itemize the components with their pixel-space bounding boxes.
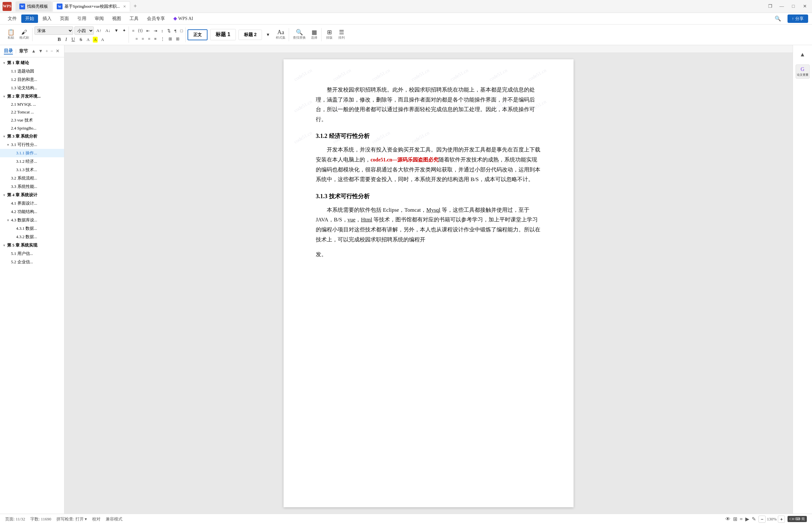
- underline-button[interactable]: U: [70, 36, 76, 43]
- sidebar-item-1-3[interactable]: 1.3 论文结构...: [0, 84, 64, 92]
- sidebar-item-ch2[interactable]: ▼ 第 2 章 开发环境...: [0, 92, 64, 100]
- sidebar-item-4-3[interactable]: ▼ 4.3 数据库设...: [0, 216, 64, 224]
- decrease-font-button[interactable]: A↓: [104, 28, 112, 34]
- scroll-up-button[interactable]: ▲: [796, 48, 810, 62]
- sidebar-item-ch4[interactable]: ▼ 第 4 章 系统设计: [0, 191, 64, 199]
- sidebar-item-2-2[interactable]: 2.2 Tomcat ...: [0, 108, 64, 116]
- align-right-button[interactable]: ≡: [147, 36, 151, 42]
- sidebar-item-ch5[interactable]: ▼ 第 5 章 系统实现: [0, 241, 64, 249]
- layout-button[interactable]: ⊞ 排版: [324, 28, 335, 41]
- style-normal-button[interactable]: 正文: [187, 29, 208, 40]
- sidebar-item-3-1[interactable]: ▼ 3.1 可行性分...: [0, 141, 64, 149]
- bullet-list-button[interactable]: ≡: [131, 28, 136, 34]
- tab-close-doc[interactable]: ✕: [123, 4, 126, 9]
- numbered-list-button[interactable]: ⑴: [137, 28, 144, 34]
- view-icon-web[interactable]: ≡: [740, 516, 743, 522]
- align-left-button[interactable]: ≡: [134, 36, 139, 42]
- zoom-in-button[interactable]: +: [778, 515, 785, 523]
- share-button[interactable]: ↑ 分享: [788, 15, 809, 23]
- sidebar-item-5-2[interactable]: 5.2 企业信...: [0, 258, 64, 266]
- italic-button[interactable]: I: [64, 36, 68, 43]
- restore-button[interactable]: ❐: [766, 2, 775, 11]
- sidebar-up-button[interactable]: ▲: [31, 48, 36, 54]
- menu-vip[interactable]: 会员专享: [143, 15, 169, 23]
- menu-file[interactable]: 文件: [4, 15, 21, 23]
- view-icon-edit[interactable]: ✎: [752, 516, 756, 522]
- sidebar-item-4-1[interactable]: 4.1 界面设计...: [0, 199, 64, 208]
- paste-button[interactable]: 📋 粘贴: [5, 28, 17, 41]
- sidebar-down-button[interactable]: ▼: [38, 48, 44, 54]
- font-color-more-button[interactable]: ▼: [113, 28, 120, 34]
- font-size-select[interactable]: 小四: [74, 27, 94, 35]
- char-shading-button[interactable]: A: [100, 36, 105, 43]
- spellcheck-status[interactable]: 拼写检查: 打开 ▾: [56, 516, 87, 522]
- sidebar-item-3-1-3[interactable]: 3.1.3 技术...: [0, 166, 64, 174]
- plagiarism-check-button[interactable]: G 论文查重: [796, 64, 810, 79]
- indent-dec-button[interactable]: ⇤: [145, 28, 151, 34]
- find-replace-button[interactable]: 🔍 查找替换: [291, 28, 308, 41]
- font-family-select[interactable]: 宋体: [34, 27, 73, 35]
- sort-button[interactable]: ⇅: [166, 28, 172, 34]
- sidebar-item-ch3[interactable]: ▼ 第 3 章 系统分析: [0, 132, 64, 141]
- menu-wpsai[interactable]: ◆WPS AI: [169, 15, 197, 22]
- sidebar-item-2-1[interactable]: 2.1 MYSQL ...: [0, 100, 64, 108]
- justify-button[interactable]: ≡: [153, 36, 158, 42]
- menu-review[interactable]: 审阅: [91, 15, 107, 23]
- show-hide-button[interactable]: ¶: [173, 28, 178, 34]
- style-h2-button[interactable]: 标题 2: [238, 30, 262, 40]
- indent-inc-button[interactable]: ⇥: [152, 28, 159, 34]
- menu-insert[interactable]: 插入: [39, 15, 55, 23]
- line-spacing-button[interactable]: ↕: [160, 28, 165, 34]
- doc-scroll[interactable]: code51.cn code51.cn code51.cn code51.cn …: [64, 53, 793, 514]
- sidebar-item-2-3[interactable]: 2.3 vue 技术: [0, 116, 64, 125]
- maximize-button[interactable]: □: [789, 2, 798, 11]
- sidebar-item-2-4[interactable]: 2.4 SpringBo...: [0, 125, 64, 132]
- sidebar-item-3-3[interactable]: 3.3 系统性能...: [0, 182, 64, 191]
- zoom-out-button[interactable]: −: [759, 515, 766, 523]
- sidebar-item-4-2[interactable]: 4.2 功能结构...: [0, 208, 64, 216]
- format-painter-button[interactable]: 🖌 格式刷: [17, 28, 31, 41]
- sidebar-item-5-1[interactable]: 5.1 用户信...: [0, 249, 64, 258]
- sidebar-item-4-3-2[interactable]: 4.3.2 数据...: [0, 233, 64, 241]
- menu-view[interactable]: 视图: [108, 15, 125, 23]
- clear-format-button[interactable]: ✦: [121, 28, 127, 34]
- sidebar-item-1-2[interactable]: 1.2 目的和意...: [0, 76, 64, 84]
- tab-document[interactable]: W 基于Springboot+vue校园求职... ✕: [52, 1, 130, 12]
- sidebar-minus-button[interactable]: −: [50, 48, 54, 54]
- sidebar-tab-toc[interactable]: 目录: [4, 48, 13, 54]
- increase-font-button[interactable]: A↑: [95, 28, 103, 34]
- sidebar-add-button[interactable]: +: [45, 48, 49, 54]
- view-icon-play[interactable]: ▶: [745, 516, 749, 522]
- style-h1-button[interactable]: 标题 1: [210, 29, 235, 40]
- table-button[interactable]: ⊞: [175, 36, 181, 42]
- sidebar-item-1-1[interactable]: 1.1 选题动因: [0, 67, 64, 76]
- bold-button[interactable]: B: [56, 36, 62, 43]
- border-button[interactable]: □: [179, 28, 184, 34]
- menu-page[interactable]: 页面: [56, 15, 73, 23]
- sidebar-item-3-1-1[interactable]: 3.1.1 操作...: [0, 149, 64, 157]
- sidebar-tab-chapter[interactable]: 章节: [19, 48, 28, 54]
- tab-add-button[interactable]: +: [131, 2, 140, 11]
- menu-tools[interactable]: 工具: [126, 15, 143, 23]
- menu-reference[interactable]: 引用: [73, 15, 90, 23]
- highlight-button[interactable]: A: [93, 37, 98, 43]
- sidebar-close-button[interactable]: ✕: [55, 48, 60, 54]
- styles-more-button[interactable]: ▼: [265, 32, 271, 38]
- sidebar-item-3-2[interactable]: 3.2 系统流程...: [0, 174, 64, 182]
- view-icon-print[interactable]: ⊞: [733, 516, 737, 522]
- align-center-button[interactable]: ≡: [140, 36, 145, 42]
- search-icon[interactable]: 🔍: [771, 14, 785, 23]
- strikethrough-button[interactable]: S̶: [78, 36, 83, 43]
- ch-badge[interactable]: CH ⌨ 简: [788, 516, 807, 522]
- sidebar-item-ch1[interactable]: ▼ 第 1 章 绪论: [0, 59, 64, 67]
- menu-start[interactable]: 开始: [21, 15, 38, 23]
- font-color-button[interactable]: A: [85, 36, 91, 43]
- distribute-button[interactable]: ⋮: [159, 36, 166, 42]
- view-icon-read[interactable]: 👁: [725, 516, 730, 522]
- col-button[interactable]: ⊞: [167, 36, 173, 42]
- row-button[interactable]: ☰ 排列: [336, 28, 347, 41]
- sidebar-item-4-3-1[interactable]: 4.3.1 数据...: [0, 224, 64, 233]
- minimize-button[interactable]: —: [777, 2, 786, 11]
- styles-panel-button[interactable]: Aa 样式集: [274, 28, 287, 41]
- select-button[interactable]: ▦ 选择: [308, 28, 320, 41]
